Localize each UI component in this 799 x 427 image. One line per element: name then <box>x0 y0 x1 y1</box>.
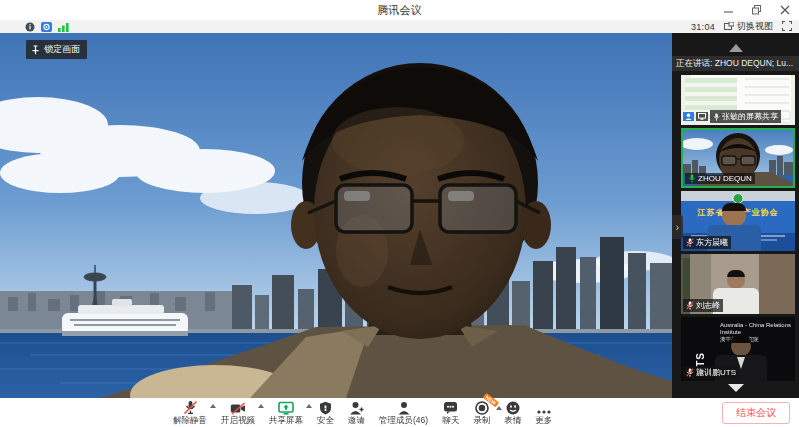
meeting-timer: 31:04 <box>691 22 715 32</box>
close-icon <box>780 5 790 15</box>
more-button[interactable]: 更多 <box>528 400 559 426</box>
members-icon <box>397 400 411 415</box>
participant-name: 刘志峰 <box>696 300 720 311</box>
participant-label: 东方晨曦 <box>683 236 731 249</box>
participant-name-chip: 东方晨曦 <box>683 236 731 249</box>
tool-label: 录制 <box>473 415 490 426</box>
start-video-button[interactable]: 开启视频 <box>214 400 262 426</box>
restore-button[interactable] <box>751 4 763 16</box>
mic-muted-icon <box>686 368 694 377</box>
pin-video-button[interactable]: 锁定画面 <box>26 40 87 59</box>
tool-label: 管理成员(46) <box>379 415 428 426</box>
tool-label: 聊天 <box>442 415 459 426</box>
meeting-window: 腾讯会议 31:04 <box>0 0 799 427</box>
tool-label: 解除静音 <box>173 415 207 426</box>
acri-line2: Institute <box>720 329 792 336</box>
tool-label: 开启视频 <box>221 415 255 426</box>
fullscreen-icon <box>782 21 792 31</box>
more-dots-icon <box>536 400 552 415</box>
participant-name: 施训鹏UTS <box>696 367 736 378</box>
title-bar: 腾讯会议 <box>0 0 799 20</box>
security-button[interactable]: 安全 <box>310 400 341 426</box>
main-speaker-video[interactable]: 锁定画面 <box>0 33 672 398</box>
scroll-down-icon[interactable] <box>728 384 744 392</box>
main-video-scene <box>0 33 672 398</box>
thumbnail-liuzhifeng[interactable]: 刘志峰 <box>681 254 795 314</box>
tool-label: 更多 <box>535 415 552 426</box>
thumbnail-shixunpeng[interactable]: Australia - China Relations Institute 澳中… <box>681 317 795 381</box>
window-controls <box>723 0 791 20</box>
mic-speaking-icon <box>688 174 696 183</box>
fullscreen-button[interactable] <box>782 21 792 33</box>
control-toolbar: 解除静音 开启视频 共享屏幕 安全 <box>0 398 799 427</box>
app-title: 腾讯会议 <box>0 0 799 20</box>
participant-sidebar: 正在讲话: ZHOU DEQUN; Lu... <box>672 33 799 398</box>
smiley-icon <box>506 400 520 415</box>
switch-view-button[interactable]: 切换视图 <box>724 20 773 33</box>
minimize-button[interactable] <box>723 4 735 16</box>
mic-icon <box>713 113 720 121</box>
mic-muted-icon <box>686 301 694 310</box>
audio-mode-icon[interactable] <box>41 22 52 32</box>
manage-members-button[interactable]: 管理成员(46) <box>372 400 435 426</box>
participant-name-chip: 张敏的屏幕共享 <box>710 110 781 123</box>
sidebar-collapse-handle[interactable]: › <box>672 215 683 239</box>
participant-label: 张敏的屏幕共享 <box>683 110 781 123</box>
strip-right: 31:04 切换视图 <box>691 20 792 33</box>
participant-label: 刘志峰 <box>683 299 723 312</box>
participant-name-chip: 刘志峰 <box>683 299 723 312</box>
thumbnail-zhou-dequn[interactable]: ZHOU DEQUN <box>681 128 795 188</box>
invite-person-icon <box>349 400 364 415</box>
meeting-info-icon[interactable] <box>25 22 35 32</box>
switch-view-label: 切换视图 <box>737 20 773 33</box>
record-icon <box>475 400 489 415</box>
participant-name-chip: ZHOU DEQUN <box>685 173 755 184</box>
host-badge-icon <box>683 112 694 121</box>
minimize-icon <box>724 5 734 15</box>
tool-label: 表情 <box>504 415 521 426</box>
participant-name-chip: 施训鹏UTS <box>683 366 739 379</box>
restore-icon <box>752 5 762 15</box>
end-meeting-button[interactable]: 结束会议 <box>722 402 790 424</box>
thumbnail-screen-share[interactable]: 张敏的屏幕共享 <box>681 75 795 125</box>
pin-icon <box>31 45 40 55</box>
camera-off-icon <box>230 400 246 415</box>
record-button[interactable]: 录制 NEW <box>466 400 497 426</box>
thumbnail-dongfang[interactable]: 江苏省光伏产业协会 东方晨曦 <box>681 191 795 251</box>
video-stage: 锁定画面 正在讲话: ZHOU DEQUN; Lu... <box>0 33 799 398</box>
participant-name: 张敏的屏幕共享 <box>722 111 778 122</box>
acri-line1: Australia - China Relations <box>720 322 792 329</box>
chat-button[interactable]: 聊天 <box>435 400 466 426</box>
unmute-button[interactable]: 解除静音 <box>166 400 214 426</box>
close-button[interactable] <box>779 4 791 16</box>
chat-bubble-icon <box>443 400 458 415</box>
status-indicators <box>25 22 69 32</box>
microphone-muted-icon <box>183 400 198 415</box>
tool-label: 邀请 <box>348 415 365 426</box>
participant-label: ZHOU DEQUN <box>685 173 755 184</box>
participant-name: ZHOU DEQUN <box>698 174 752 183</box>
screen-share-icon <box>696 112 708 121</box>
share-screen-icon <box>278 400 294 415</box>
participant-name: 东方晨曦 <box>696 237 728 248</box>
collapse-up-icon[interactable] <box>729 44 743 52</box>
pin-tooltip-label: 锁定画面 <box>44 43 80 56</box>
shield-icon <box>319 400 332 415</box>
reactions-button[interactable]: 表情 <box>497 400 528 426</box>
tool-label: 共享屏幕 <box>269 415 303 426</box>
speaking-banner: 正在讲话: ZHOU DEQUN; Lu... <box>672 56 799 71</box>
invite-button[interactable]: 邀请 <box>341 400 372 426</box>
network-signal-icon[interactable] <box>58 22 69 32</box>
status-strip: 31:04 切换视图 <box>0 20 799 33</box>
thumbnail-list: 张敏的屏幕共享 <box>672 71 799 381</box>
toolbar-items: 解除静音 开启视频 共享屏幕 安全 <box>166 400 559 426</box>
participant-label: 施训鹏UTS <box>683 366 739 379</box>
mic-muted-icon <box>686 238 694 247</box>
switch-view-icon <box>724 22 734 31</box>
share-screen-button[interactable]: 共享屏幕 <box>262 400 310 426</box>
tool-label: 安全 <box>317 415 334 426</box>
